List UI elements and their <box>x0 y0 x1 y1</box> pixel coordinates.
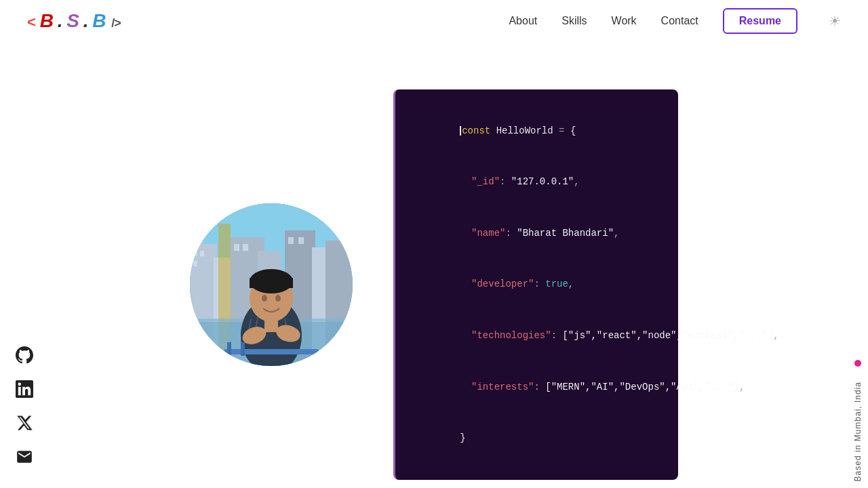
cursor <box>460 126 461 136</box>
svg-rect-14 <box>298 237 304 244</box>
nav-work[interactable]: Work <box>612 15 637 27</box>
github-link[interactable] <box>14 344 35 366</box>
svg-rect-10 <box>193 261 197 266</box>
linkedin-link[interactable] <box>14 378 35 400</box>
profile-svg <box>190 203 353 366</box>
code-block: const HelloWorld = { "_id": "127.0.0.1",… <box>393 89 678 481</box>
nav-about[interactable]: About <box>509 15 537 27</box>
main-content: const HelloWorld = { "_id": "127.0.0.1",… <box>0 0 868 488</box>
vertical-text-bar: Based in Mumbai, India <box>848 360 868 488</box>
svg-point-28 <box>275 295 281 302</box>
logo-bracket-close: /> <box>111 16 121 30</box>
logo-b1: B <box>40 10 53 31</box>
svg-rect-12 <box>243 244 248 251</box>
svg-rect-26 <box>250 278 293 288</box>
hero-section: const HelloWorld = { "_id": "127.0.0.1",… <box>190 89 678 481</box>
social-bar <box>14 344 35 468</box>
twitter-link[interactable] <box>14 412 35 434</box>
code-line-6: "interests": ["MERN","AI","DevOps","Aws"… <box>414 361 659 413</box>
svg-rect-9 <box>200 251 204 256</box>
svg-rect-32 <box>241 342 245 356</box>
twitter-icon <box>16 414 33 432</box>
nav-contact[interactable]: Contact <box>661 15 698 27</box>
logo-bracket-open: < <box>27 14 35 30</box>
code-line-2: "_id": "127.0.0.1", <box>414 157 659 208</box>
location-dot <box>854 360 861 367</box>
svg-rect-8 <box>193 251 197 256</box>
code-line-1: const HelloWorld = { <box>414 106 659 157</box>
logo-dot1: . <box>58 10 62 31</box>
svg-rect-11 <box>234 244 239 251</box>
logo-s: S <box>66 10 79 31</box>
svg-rect-13 <box>288 237 294 244</box>
logo-dot2: . <box>83 10 88 31</box>
code-line-7: } <box>414 413 659 464</box>
linkedin-icon <box>16 380 33 398</box>
svg-rect-31 <box>227 342 231 356</box>
logo-b2: B <box>92 10 105 31</box>
nav: About Skills Work Contact Resume ☀ <box>509 8 841 34</box>
code-line-5: "technologies": ["js","react","node","ex… <box>414 310 659 362</box>
svg-rect-29 <box>264 319 278 332</box>
theme-toggle-button[interactable]: ☀ <box>829 13 841 29</box>
code-line-4: "developer": true, <box>414 259 659 310</box>
github-icon <box>16 346 33 364</box>
profile-photo-placeholder <box>190 203 353 366</box>
location-text: Based in Mumbai, India <box>848 375 868 488</box>
code-line-3: "name": "Bharat Bhandari", <box>414 208 659 260</box>
nav-skills[interactable]: Skills <box>561 15 587 27</box>
logo: < B . S . B /> <box>27 10 121 32</box>
resume-button[interactable]: Resume <box>723 8 797 34</box>
header: < B . S . B /> About Skills Work Contact… <box>0 0 868 42</box>
svg-rect-30 <box>224 349 319 354</box>
mail-link[interactable] <box>14 446 35 468</box>
svg-point-27 <box>262 295 267 302</box>
mail-icon <box>16 448 33 466</box>
profile-image <box>190 203 353 366</box>
